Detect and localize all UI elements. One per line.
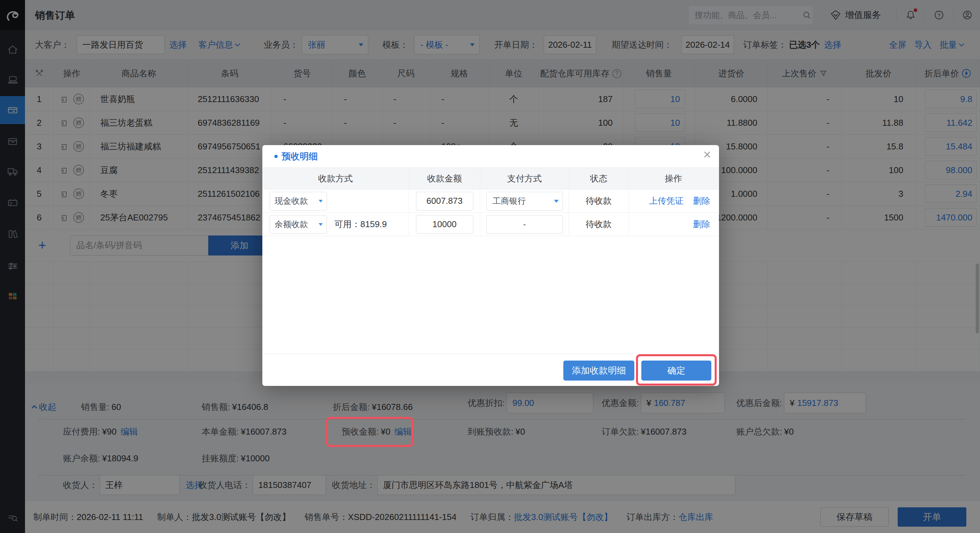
available-balance: 可用：8159.9 [334,219,387,230]
dropdown-arrow-icon [554,200,558,205]
receive-method-select[interactable]: 现金收款 [270,192,327,211]
modal-row: 余额收款 可用：8159.9 10000 - 待收款 删除 [262,213,719,236]
payment-method-select[interactable]: 工商银行 [486,192,563,211]
modal-table-header: 收款方式 收款金额 支付方式 状态 操作 [262,168,719,190]
annotation-box-confirm [636,354,717,386]
add-receive-detail-button[interactable]: 添加收款明细 [563,361,634,381]
prepaid-detail-modal: 预收明细 × 收款方式 收款金额 支付方式 状态 操作 现金收款 6007.87… [262,145,719,386]
title-dot-icon [274,155,278,158]
dropdown-arrow-icon [319,223,323,228]
mcol-ops: 操作 [628,168,718,189]
mcol-status: 状态 [569,168,628,189]
receive-amount-input[interactable]: 6007.873 [416,192,473,211]
mcol-method: 收款方式 [262,168,409,189]
status-text: 待收款 [585,219,612,230]
annotation-box-prepaid [326,417,413,447]
mcol-payment: 支付方式 [480,168,569,189]
delete-link[interactable]: 删除 [693,219,710,230]
sales-order-page: 销售订单 增值服务 ? [0,0,980,533]
payment-method-select[interactable]: - [486,215,563,234]
close-icon[interactable]: × [703,148,711,161]
status-text: 待收款 [585,195,612,207]
mcol-amount: 收款金额 [409,168,480,189]
delete-link[interactable]: 删除 [693,195,710,207]
receive-method-select[interactable]: 余额收款 [270,215,327,234]
upload-voucher-link[interactable]: 上传凭证 [649,195,684,207]
modal-row: 现金收款 6007.873 工商银行 待收款 上传凭证 删除 [262,190,719,213]
receive-amount-input[interactable]: 10000 [416,215,473,234]
modal-title: 预收明细 [282,150,318,163]
dropdown-arrow-icon [319,200,323,204]
